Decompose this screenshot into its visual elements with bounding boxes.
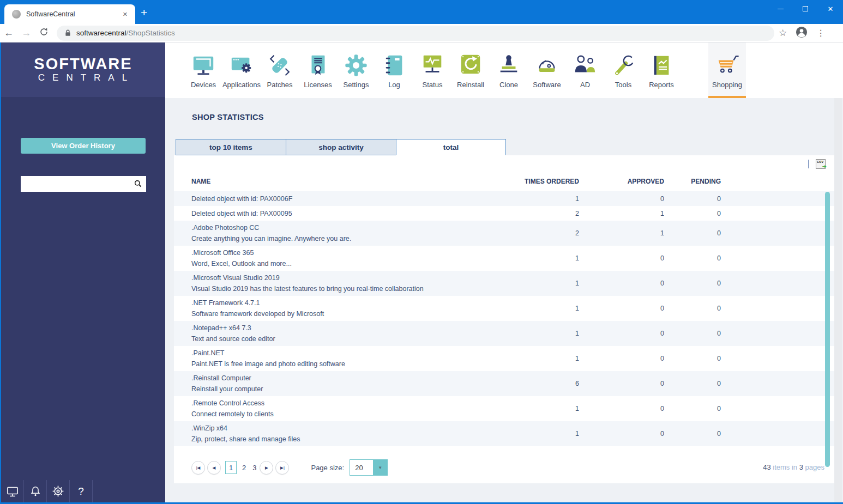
prev-page-button[interactable]: ◀ [207,461,221,475]
tab-title: SoftwareCentral [26,10,121,18]
table-row[interactable]: .Remote Control Access Connect remotely … [174,396,834,421]
nav-item-ad[interactable]: AD [566,42,604,98]
refresh-button[interactable] [35,27,52,39]
table-row[interactable]: .NET Framework 4.7.1 Software framework … [174,296,834,321]
approved-cell: 0 [579,330,664,337]
browser-scrollbar[interactable] [834,98,842,502]
nav-item-software[interactable]: Software [528,42,566,98]
minimize-icon [778,9,784,9]
browser-window: SoftwareCentral ✕ + ✕ ← → softwarecentra… [0,0,843,504]
table-scrollbar[interactable] [825,192,830,467]
column-times-ordered[interactable]: TIMES ORDERED [514,178,579,185]
table-row[interactable]: .Paint.NET Paint.NET is free image and p… [174,346,834,371]
url-path: /ShopStatistics [127,29,175,37]
cart-icon [715,52,740,78]
table-row[interactable]: .Notepad++ x64 7.3 Text and source code … [174,321,834,346]
table-body: Deleted object with id: PAX0006F 1 0 0 D… [174,191,834,446]
nav-item-applications[interactable]: Applications [222,42,261,98]
app-logo[interactable]: SOFTWARE CENTRAL [1,42,165,97]
logo-line-1: SOFTWARE [34,56,132,72]
minimize-button[interactable] [768,0,793,17]
help-button[interactable]: ? [70,480,93,502]
approved-cell: 0 [579,405,664,412]
table-row[interactable]: Deleted object with id: PAX0006F 1 0 0 [174,191,834,206]
bell-icon [29,485,41,497]
table-row[interactable]: .Microsoft Visual Studio 2019 Visual Stu… [174,271,834,296]
export-separator [808,160,809,168]
browser-tab[interactable]: SoftwareCentral ✕ [4,4,135,24]
page-size-select[interactable]: 20 ▼ [350,459,388,476]
pagination-summary: 43 items in 3 pages [763,463,824,471]
nav-item-clone[interactable]: Clone [490,42,528,98]
new-tab-button[interactable]: + [141,7,147,18]
nav-item-shopping[interactable]: Shopping [708,42,746,98]
page-size-dropdown-button[interactable]: ▼ [373,460,387,475]
nav-item-devices[interactable]: Devices [184,42,222,98]
times-ordered-cell: 1 [514,254,579,262]
sidebar-search [21,176,146,192]
table-row[interactable]: .WinZip x64 Zip, protect, share and mana… [174,421,834,446]
approved-cell: 1 [579,210,664,217]
tab-shop-activity[interactable]: shop activity [286,139,396,155]
pagination: |◀ ◀ 1 2 3 ▶ ▶| Page size: 20 ▼ [191,459,388,476]
approved-cell: 0 [579,430,664,438]
gear-icon [51,484,65,498]
table-row[interactable]: .Reinstall Computer Reinstall your compu… [174,371,834,396]
app-root: SOFTWARE CENTRAL View Order History [0,42,843,504]
main-content: SHOP STATISTICS top 10 items shop activi… [165,98,843,502]
monitor-icon [6,485,19,498]
maximize-button[interactable] [793,0,818,17]
url-bar[interactable]: softwarecentral/ShopStatistics [57,26,774,41]
page-3-link[interactable]: 3 [252,464,256,472]
refresh-square-icon [458,52,483,78]
tab-top-10-items[interactable]: top 10 items [176,139,286,155]
page-1-current[interactable]: 1 [225,461,237,474]
item-name: .Microsoft Office 365 [191,247,514,258]
close-window-button[interactable]: ✕ [818,0,843,17]
devices-shortcut-button[interactable] [1,480,24,502]
nav-item-licenses[interactable]: Licenses [299,42,337,98]
approved-cell: 0 [579,254,664,262]
column-pending[interactable]: PENDING [664,178,721,185]
certificate-icon [305,52,330,78]
nav-item-reinstall[interactable]: Reinstall [451,42,490,98]
item-name: .WinZip x64 [191,423,514,434]
nav-item-log[interactable]: Log [375,42,413,98]
nav-item-patches[interactable]: Patches [261,42,299,98]
page-2-link[interactable]: 2 [242,464,246,472]
item-description: Software framework developed by Microsof… [191,308,514,319]
table-row[interactable]: Deleted object with id: PAX00095 2 1 0 [174,206,834,221]
notifications-button[interactable] [24,480,47,502]
times-ordered-cell: 1 [514,430,579,438]
table-row[interactable]: .Adobe Photoshop CC Create anything you … [174,221,834,246]
next-page-button[interactable]: ▶ [260,461,273,475]
pending-cell: 0 [664,254,721,262]
nav-item-settings[interactable]: Settings [337,42,375,98]
first-page-button[interactable]: |◀ [191,461,205,475]
item-name: .Microsoft Visual Studio 2019 [191,272,514,283]
pending-cell: 0 [664,380,721,387]
lock-icon [64,29,71,37]
browser-menu-icon[interactable]: ⋮ [816,28,825,38]
profile-avatar-icon[interactable] [796,26,808,40]
search-icon[interactable] [134,179,142,190]
tab-total[interactable]: total [396,139,506,155]
tab-close-icon[interactable]: ✕ [121,10,130,19]
last-page-button[interactable]: ▶| [275,461,289,475]
column-name[interactable]: NAME [191,178,514,185]
search-input[interactable] [21,176,146,192]
nav-item-status[interactable]: Status [413,42,451,98]
statistics-panel: CSV ➜ NAME TIMES ORDERED APPROVED PENDIN… [174,155,834,483]
browser-toolbar: ← → softwarecentral/ShopStatistics ☆ ⋮ [0,24,843,42]
table-row[interactable]: .Microsoft Office 365 Word, Excel, Outlo… [174,246,834,271]
column-approved[interactable]: APPROVED [579,178,664,185]
forward-button[interactable]: → [17,27,35,39]
nav-item-reports[interactable]: Reports [642,42,681,98]
view-order-history-button[interactable]: View Order History [21,138,146,154]
settings-shortcut-button[interactable] [47,480,70,502]
export-csv-icon[interactable]: CSV ➜ [816,159,826,169]
nav-item-tools[interactable]: Tools [604,42,642,98]
back-button[interactable]: ← [0,27,17,39]
pending-cell: 0 [664,405,721,412]
bookmark-star-icon[interactable]: ☆ [779,27,787,39]
